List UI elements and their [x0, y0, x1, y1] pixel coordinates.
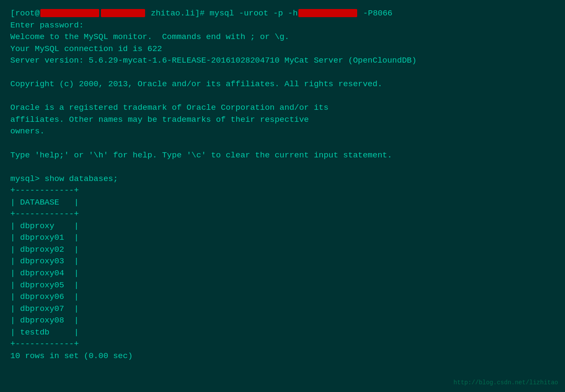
line-7: Copyright (c) 2000, 2013, Oracle and/or …: [10, 78, 555, 90]
line-30: 10 rows in set (0.00 sec): [10, 350, 555, 362]
line-14: [10, 161, 555, 173]
line-26: | dbproxy07 |: [10, 303, 555, 315]
line-11: owners.: [10, 126, 555, 138]
line-10: affiliates. Other names may be trademark…: [10, 114, 555, 126]
line-15: mysql> show databases;: [10, 173, 555, 185]
line-18: +------------+: [10, 208, 555, 220]
prompt-prefix: [root@: [10, 9, 39, 18]
line-9: Oracle is a registered trademark of Orac…: [10, 102, 555, 114]
line-28: | testdb |: [10, 327, 555, 339]
line-8: [10, 90, 555, 103]
redacted-info: [101, 9, 145, 17]
line-2: Enter password:: [10, 20, 555, 32]
line-25: | dbproxy06 |: [10, 291, 555, 303]
watermark-text: http://blog.csdn.net/lizhitao: [453, 378, 558, 387]
line-27: | dbproxy08 |: [10, 315, 555, 327]
line1-port: -P8066: [358, 9, 392, 18]
line-21: | dbproxy02 |: [10, 244, 555, 256]
line-12: [10, 138, 555, 150]
line-3: Welcome to the MySQL monitor. Commands e…: [10, 31, 555, 43]
line-5: Server version: 5.6.29-mycat-1.6-RELEASE…: [10, 55, 555, 67]
line-6: [10, 67, 555, 79]
terminal-window: [root@ zhitao.li]# mysql -uroot -p -h -P…: [6, 4, 559, 392]
line-29: +------------+: [10, 338, 555, 350]
line-20: | dbproxy01 |: [10, 232, 555, 244]
prompt-domain: zhitao.li]# mysql -uroot -p -h: [146, 9, 298, 18]
line-4: Your MySQL connection id is 622: [10, 43, 555, 55]
redacted-host: [298, 9, 357, 17]
line-24: | dbproxy05 |: [10, 280, 555, 292]
line-19: | dbproxy |: [10, 220, 555, 232]
line-23: | dbproxy04 |: [10, 268, 555, 280]
line-13: Type 'help;' or '\h' for help. Type '\c'…: [10, 150, 555, 162]
line-17: | DATABASE |: [10, 197, 555, 209]
line-22: | dbproxy03 |: [10, 256, 555, 268]
line-16: +------------+: [10, 185, 555, 197]
redacted-hostname: [40, 9, 99, 17]
line-1: [root@ zhitao.li]# mysql -uroot -p -h -P…: [10, 8, 555, 20]
